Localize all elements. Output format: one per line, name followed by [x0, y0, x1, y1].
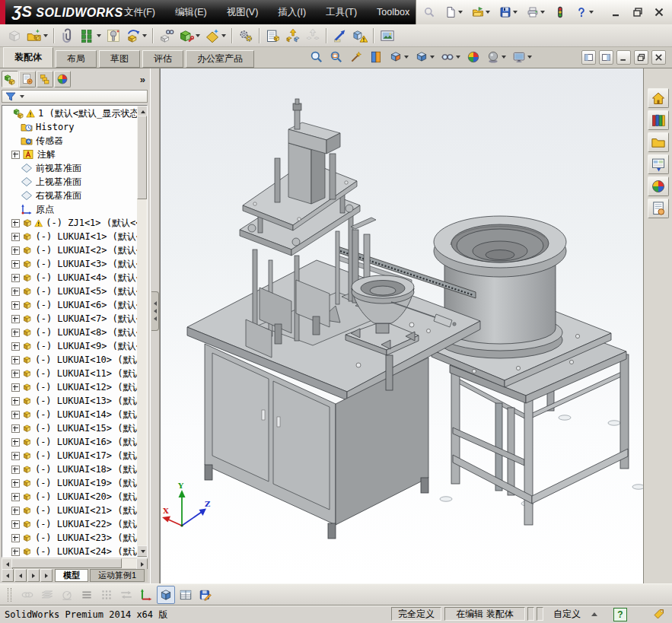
expand-icon[interactable] [11, 288, 20, 296]
propertymanager-button[interactable] [19, 71, 36, 87]
insert-component-button[interactable] [24, 26, 50, 46]
scroll-thumb[interactable] [11, 558, 122, 568]
dropdown-caret-icon[interactable] [196, 34, 200, 37]
section-view-button[interactable] [387, 48, 411, 66]
tree-item[interactable]: (-) LUKUAI<3> (默认<<默 [4, 257, 137, 271]
dropdown-caret-icon[interactable] [527, 56, 532, 59]
explode-line-sketch-button[interactable] [303, 26, 323, 46]
tree-item[interactable]: (-) LUKUAI<6> (默认<<默 [4, 298, 137, 312]
configurationmanager-button[interactable] [37, 71, 53, 87]
menu-v[interactable]: 视图(V) [217, 0, 269, 24]
move-component-button[interactable] [123, 26, 149, 46]
expand-icon[interactable] [11, 438, 20, 447]
tree-item[interactable]: (-) LUKUAI<19> (默认<<默 [4, 476, 137, 490]
dropdown-caret-icon[interactable] [513, 11, 518, 14]
expand-icon[interactable] [11, 452, 20, 460]
hide-show-items-button[interactable] [438, 48, 463, 66]
bill-of-materials-button[interactable] [263, 26, 283, 46]
tree-item[interactable]: (-) LUKUAI<1> (默认<<默 [4, 230, 137, 243]
new-document-button[interactable] [442, 4, 465, 21]
restore-button[interactable] [634, 50, 648, 65]
view-settings-button[interactable] [484, 48, 508, 66]
tree-item[interactable]: 注解 [4, 148, 137, 161]
tree-item[interactable]: (-) LUKUAI<4> (默认<<默 [4, 271, 137, 284]
minimize-button[interactable] [616, 50, 631, 65]
dropdown-caret-icon[interactable] [502, 56, 506, 59]
expand-icon[interactable] [11, 219, 20, 227]
zoom-to-area-button[interactable] [327, 48, 346, 66]
tree-item[interactable]: (-) LUKUAI<14> (默认<<默 [4, 408, 137, 421]
resource-monitor-button[interactable] [552, 4, 568, 21]
tree-item[interactable]: (-) LUKUAI<24> (默认<<默 [4, 545, 137, 557]
expand-icon[interactable] [11, 233, 20, 241]
expand-icon[interactable] [11, 493, 20, 501]
expand-icon[interactable] [11, 534, 20, 542]
expand-icon[interactable] [11, 329, 20, 337]
expand-icon[interactable] [11, 301, 20, 310]
linear-component-pattern-button[interactable] [78, 26, 104, 46]
tree-item[interactable]: (-) LUKUAI<12> (默认<<默 [4, 380, 137, 394]
restore-button[interactable] [629, 4, 646, 21]
dropdown-caret-icon[interactable] [430, 56, 435, 59]
tree-item[interactable]: (-) LUKUAI<15> (默认<<默 [4, 421, 137, 435]
measure-button[interactable] [58, 586, 76, 604]
sketch-axis-button[interactable] [137, 586, 155, 604]
expand-icon[interactable] [11, 342, 20, 351]
tree-item[interactable]: (-) LUKUAI<8> (默认<<默 [4, 326, 137, 339]
previous-view-button[interactable] [347, 48, 365, 66]
dot-grid-button[interactable] [97, 586, 116, 604]
close-button[interactable] [651, 4, 667, 21]
dropdown-caret-icon[interactable] [456, 56, 460, 59]
task-home-button[interactable] [648, 88, 669, 108]
tab-评估[interactable]: 评估 [142, 50, 183, 68]
tab-办公室产品[interactable]: 办公室产品 [186, 50, 254, 68]
menu-i[interactable]: 插入(I) [268, 0, 316, 24]
file-explorer-button[interactable] [648, 132, 669, 152]
tree-item[interactable]: 原点 [4, 202, 137, 216]
expand-icon[interactable] [11, 424, 20, 433]
menu-toolbox[interactable]: Toolbox [367, 0, 419, 24]
print-button[interactable] [524, 4, 547, 21]
menu-f[interactable]: 文件(F) [114, 0, 165, 24]
appearances-button[interactable] [648, 176, 669, 196]
search-button[interactable] [421, 4, 438, 21]
save-copy-button[interactable] [196, 586, 215, 604]
insert-part-button[interactable] [5, 26, 24, 46]
dropdown-caret-icon[interactable] [486, 11, 490, 14]
dropdown-caret-icon[interactable] [589, 11, 594, 14]
tab-scroll-first-button[interactable] [2, 569, 14, 582]
tab-scroll-next-button[interactable] [27, 569, 40, 582]
tree-item[interactable]: 传感器 [4, 134, 137, 148]
expand-icon[interactable] [11, 370, 20, 378]
open-button[interactable] [470, 4, 492, 21]
featuremanager-button[interactable] [2, 71, 18, 87]
custom-properties-button[interactable] [648, 199, 669, 218]
display-style-button[interactable] [412, 48, 437, 66]
panel-overflow-button[interactable]: » [140, 74, 148, 85]
tree-item[interactable]: (-) LUKUAI<13> (默认<<默 [4, 394, 137, 408]
filter-caret-icon[interactable] [20, 95, 24, 98]
tab-布局[interactable]: 布局 [56, 50, 97, 68]
expand-icon[interactable] [11, 246, 20, 255]
dropdown-caret-icon[interactable] [458, 11, 463, 14]
instant3d-button[interactable] [330, 26, 350, 46]
large-assembly-mode-button[interactable] [350, 26, 370, 46]
toolbar-grip[interactable] [8, 588, 11, 602]
tree-item[interactable]: (-) LUKUAI<7> (默认<<默 [4, 312, 137, 326]
expand-icon[interactable] [11, 356, 20, 364]
tree-item[interactable]: (-) LUKUAI<23> (默认<<默 [4, 531, 137, 545]
tree-item[interactable]: 右视基准面 [4, 189, 137, 202]
tree-item[interactable]: (-) LUKUAI<2> (默认<<默 [4, 243, 137, 257]
quick-tips-button[interactable]: ? [613, 608, 627, 621]
tree-item[interactable]: (-) LUKUAI<5> (默认<<默 [4, 284, 137, 298]
view-orientation-button[interactable] [367, 48, 385, 66]
tab-model[interactable]: 模型 [55, 569, 88, 582]
tree-horizontal-scrollbar[interactable] [2, 558, 148, 568]
mate-button[interactable] [58, 26, 78, 46]
machine-model[interactable]: X Y Z [161, 68, 643, 583]
expand-icon[interactable] [11, 411, 20, 419]
dropdown-caret-icon[interactable] [97, 34, 101, 37]
filter-bar[interactable] [2, 90, 148, 103]
expand-icon[interactable] [11, 260, 20, 269]
apply-scene-button[interactable] [510, 48, 534, 66]
